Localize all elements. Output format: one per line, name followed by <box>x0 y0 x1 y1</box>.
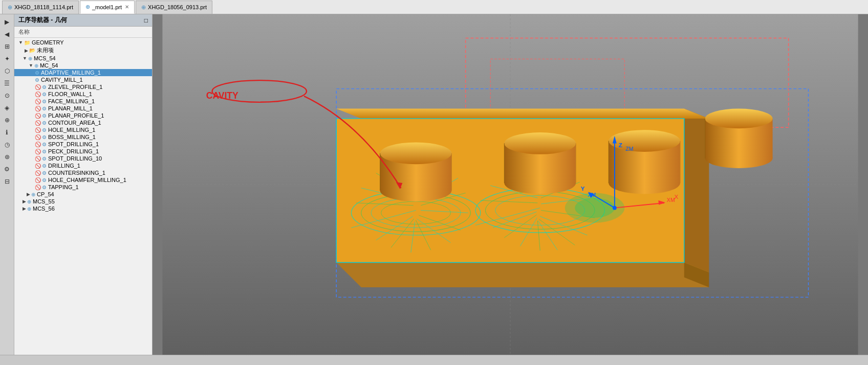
error-icon-face1: 🚫 <box>35 99 41 104</box>
tab-label-1: XHGD_18118_1114.prt <box>14 4 73 10</box>
error-icon-holechamfer1: 🚫 <box>35 177 41 183</box>
mcs54-icon: ⊕ <box>28 56 32 61</box>
tree-label-face1: FACE_MILLING_1 <box>48 98 95 104</box>
tree-label-planarprofile1: PLANAR_PROFILE_1 <box>48 112 104 119</box>
tree-item-countersink1[interactable]: 🚫 ⚙ COUNTERSINKING_1 <box>14 169 152 176</box>
tab-xhgd-18056[interactable]: ⊕ XHGD_18056_0913.prt <box>136 1 212 14</box>
toolbar-icon-4[interactable]: ✦ <box>2 53 13 64</box>
tree-item-hole1[interactable]: 🚫 ⚙ HOLE_MILLING_1 <box>14 126 152 133</box>
tab-label-3: XHGD_18056_0913.prt <box>148 4 207 10</box>
error-icon-planar1: 🚫 <box>35 106 41 111</box>
svg-point-52 <box>575 198 615 218</box>
expand-icon-unused[interactable]: ▶ <box>25 48 28 53</box>
error-icon-countersink1: 🚫 <box>35 170 41 176</box>
tree-item-tapping1[interactable]: 🚫 ⚙ TAPPING_1 <box>14 184 152 191</box>
tree-item-spot1[interactable]: 🚫 ⚙ SPOT_DRILLING_1 <box>14 141 152 148</box>
svg-point-86 <box>613 206 617 210</box>
toolbar-icon-9[interactable]: ⊕ <box>2 115 13 126</box>
svg-point-62 <box>504 132 576 154</box>
svg-text:XM: XM <box>588 192 596 198</box>
tab-xhgd-18118[interactable]: ⊕ XHGD_18118_1114.prt <box>2 1 79 14</box>
tree-item-boss1[interactable]: 🚫 ⚙ BOSS_MILLING_1 <box>14 133 152 141</box>
toolbar-icon-7[interactable]: ⊙ <box>2 90 13 101</box>
hole1-op-icon: ⚙ <box>42 127 47 133</box>
tree-item-unused[interactable]: ▶ 📂 未用项 <box>14 46 152 55</box>
holechamfer1-op-icon: ⚙ <box>42 177 47 183</box>
mcs56-icon: ⊕ <box>27 206 31 212</box>
planarprofile1-op-icon: ⚙ <box>42 113 47 119</box>
floor1-op-icon: ⚙ <box>42 92 47 97</box>
countersink1-op-icon: ⚙ <box>42 170 47 176</box>
tree-item-mc54[interactable]: ▼ ⊕ MC_54 <box>14 62 152 69</box>
tree-item-contour1[interactable]: 🚫 ⚙ CONTOUR_AREA_1 <box>14 119 152 126</box>
tree-item-geometry[interactable]: ▼ 📁 GEOMETRY <box>14 39 152 46</box>
tree-item-mcs56[interactable]: ▶ ⊕ MCS_56 <box>14 205 152 212</box>
toolbar-icon-12[interactable]: ⊛ <box>2 151 13 163</box>
tree-label-cavity1: CAVITY_MILL_1 <box>41 77 83 83</box>
tree-item-adaptive1[interactable]: ⚙ ADAPTIVE_MILLING_1 <box>14 69 152 76</box>
left-toolbar: ▶ ◀ ⊞ ✦ ⬡ ☰ ⊙ ◈ ⊕ ℹ ◷ ⊛ ⚙ ⊟ <box>0 14 14 355</box>
nav-tree[interactable]: ▼ 📁 GEOMETRY ▶ 📂 未用项 ▼ ⊕ MCS_54 ▼ <box>14 38 152 355</box>
tree-label-boss1: BOSS_MILLING_1 <box>48 134 96 140</box>
tree-item-mcs54[interactable]: ▼ ⊕ MCS_54 <box>14 55 152 62</box>
expand-icon-mcs56[interactable]: ▶ <box>23 206 26 211</box>
tree-item-mcs55[interactable]: ▶ ⊕ MCS_55 <box>14 198 152 205</box>
tree-label-spot1: SPOT_DRILLING_1 <box>48 141 99 147</box>
toolbar-icon-13[interactable]: ⚙ <box>2 164 13 175</box>
expand-icon-geometry[interactable]: ▼ <box>18 40 23 45</box>
tree-item-cp54[interactable]: ▶ ⊕ CP_54 <box>14 191 152 198</box>
tree-item-holechamfer1[interactable]: 🚫 ⚙ HOLE_CHAMFER_MILLING_1 <box>14 176 152 184</box>
toolbar-icon-2[interactable]: ◀ <box>2 29 13 40</box>
zlevel1-op-icon: ⚙ <box>42 84 47 90</box>
tree-item-face1[interactable]: 🚫 ⚙ FACE_MILLING_1 <box>14 98 152 105</box>
error-icon-planarprofile1: 🚫 <box>35 113 41 119</box>
svg-text:ZM: ZM <box>625 146 633 152</box>
nav-minimize-icon[interactable]: □ <box>144 17 148 24</box>
expand-icon-mcs54[interactable]: ▼ <box>23 56 27 61</box>
tree-label-adaptive1: ADAPTIVE_MILLING_1 <box>41 70 101 76</box>
toolbar-icon-6[interactable]: ☰ <box>2 78 13 89</box>
unused-icon: 📂 <box>29 48 35 53</box>
boss1-op-icon: ⚙ <box>42 134 47 140</box>
toolbar-icon-10[interactable]: ℹ <box>2 127 13 138</box>
viewport-3d[interactable]: Z ZM Y XM XM X CAVITY <box>153 14 868 355</box>
main-area: ▶ ◀ ⊞ ✦ ⬡ ☰ ⊙ ◈ ⊕ ℹ ◷ ⊛ ⚙ ⊟ 工序导航器 - 几何 □… <box>0 14 868 355</box>
expand-icon-mc54[interactable]: ▼ <box>29 63 33 68</box>
tree-item-planar1[interactable]: 🚫 ⚙ PLANAR_MILL_1 <box>14 105 152 112</box>
tree-label-planar1: PLANAR_MILL_1 <box>48 105 93 111</box>
tab-icon-1: ⊕ <box>8 4 12 11</box>
expand-icon-cp54[interactable]: ▶ <box>27 192 30 197</box>
tree-label-floor1: FLOOR_WALL_1 <box>48 91 92 97</box>
svg-point-57 <box>380 142 452 164</box>
tree-label-geometry: GEOMETRY <box>32 39 64 45</box>
tree-item-drill1[interactable]: 🚫 ⚙ DRILLING_1 <box>14 162 152 169</box>
svg-text:Y: Y <box>581 185 585 192</box>
error-icon-peck1: 🚫 <box>35 149 41 154</box>
tab-close-button[interactable]: ✕ <box>125 4 129 10</box>
toolbar-icon-14[interactable]: ⊟ <box>2 176 13 187</box>
toolbar-icon-8[interactable]: ◈ <box>2 102 13 113</box>
tree-item-spot10[interactable]: 🚫 ⚙ SPOT_DRILLING_10 <box>14 155 152 162</box>
expand-icon-mcs55[interactable]: ▶ <box>23 199 26 204</box>
toolbar-icon-11[interactable]: ◷ <box>2 139 13 150</box>
contour1-op-icon: ⚙ <box>42 120 47 126</box>
svg-text:Z: Z <box>619 142 622 148</box>
tree-item-cavity1[interactable]: ⚙ CAVITY_MILL_1 <box>14 76 152 83</box>
tree-item-zlevel1[interactable]: 🚫 ⚙ ZLEVEL_PROFILE_1 <box>14 83 152 90</box>
tree-item-floor1[interactable]: 🚫 ⚙ FLOOR_WALL_1 <box>14 90 152 98</box>
error-icon-tapping1: 🚫 <box>35 185 41 190</box>
tree-item-planarprofile1[interactable]: 🚫 ⚙ PLANAR_PROFILE_1 <box>14 112 152 119</box>
error-icon-spot10: 🚫 <box>35 156 41 162</box>
tree-label-hole1: HOLE_MILLING_1 <box>48 127 95 133</box>
toolbar-icon-3[interactable]: ⊞ <box>2 41 13 52</box>
toolbar-icon-1[interactable]: ▶ <box>2 16 13 28</box>
error-icon-contour1: 🚫 <box>35 120 41 126</box>
planar1-op-icon: ⚙ <box>42 106 47 111</box>
tab-label-2: _model1.prt <box>92 4 122 10</box>
tree-item-peck1[interactable]: 🚫 ⚙ PECK_DRILLING_1 <box>14 148 152 155</box>
toolbar-icon-5[interactable]: ⬡ <box>2 65 13 77</box>
tab-model1[interactable]: ⊕ _model1.prt ✕ <box>80 1 135 14</box>
tree-label-zlevel1: ZLEVEL_PROFILE_1 <box>48 84 102 90</box>
nav-header: 名称 <box>14 27 152 38</box>
spot1-op-icon: ⚙ <box>42 142 47 147</box>
